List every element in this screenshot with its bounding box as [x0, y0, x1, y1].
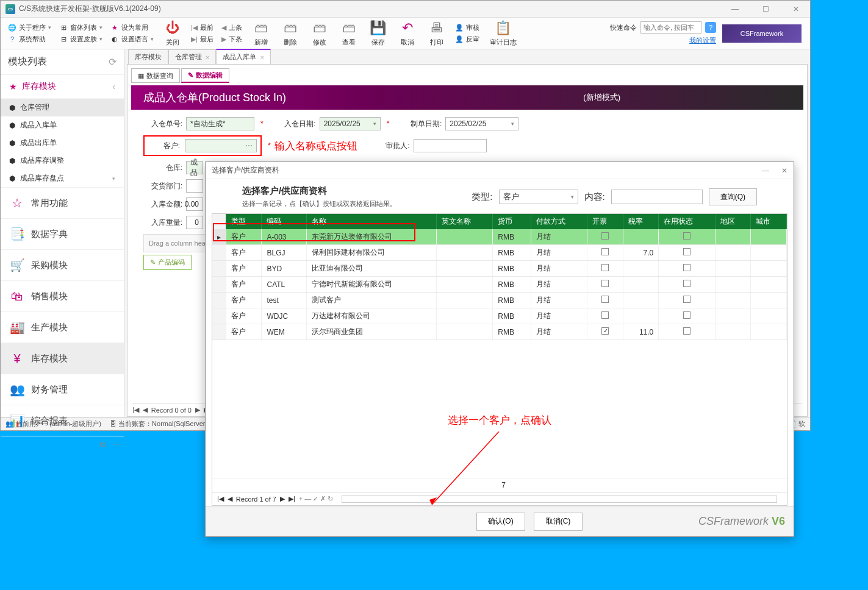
tab-stockmodule[interactable]: 库存模块 [128, 49, 168, 64]
print-button[interactable]: 🖶打印 [422, 18, 451, 49]
unaudit-button[interactable]: 👤反审 [455, 35, 479, 44]
log-button[interactable]: 📋审计日志 [484, 18, 523, 49]
pager-first-icon[interactable]: |◀ [217, 495, 224, 503]
grid-column-header[interactable]: 开票 [587, 214, 623, 229]
grid-column-header[interactable]: 编码 [262, 214, 307, 229]
ok-button[interactable]: 确认(O) [476, 513, 525, 531]
pager-scrollbar[interactable] [342, 496, 777, 503]
tab-stockin[interactable]: 成品入库单× [216, 49, 270, 64]
grid-column-header[interactable]: 英文名称 [436, 214, 493, 229]
sidebar-item-stockin[interactable]: ⬢成品入库单 [1, 116, 124, 134]
close-doc-button[interactable]: ⏻关闭 [158, 18, 187, 49]
makedate-input[interactable]: 2025/02/25▾ [445, 117, 518, 130]
customer-input[interactable]: ⋯ [185, 139, 257, 152]
sidebar-item-count[interactable]: ⬢成品库存盘点▾ [1, 169, 124, 187]
quickcmd-input[interactable] [640, 21, 701, 34]
next-button[interactable]: ▶ 下条 [221, 35, 242, 44]
amt-input[interactable]: 0.00 [186, 197, 203, 211]
cancel-button[interactable]: ↶取消 [393, 18, 422, 49]
indate-input[interactable]: 2025/02/25▾ [320, 117, 381, 130]
sidebar-group-stock[interactable]: ★库存模块‹ [1, 75, 124, 99]
grid-row[interactable]: 客户 BLGJ 保利国际建材有限公司 RMB 月结 7.0 [212, 245, 787, 261]
sidebar-item-warehouse[interactable]: ⬢仓库管理 [1, 99, 124, 116]
sidebar-item-adjust[interactable]: ⬢成品库存调整 [1, 152, 124, 169]
product-code-button[interactable]: ✎产品编码 [143, 255, 192, 270]
close-icon[interactable]: × [260, 54, 264, 61]
grid-row[interactable]: ▸ 客户 A-003 东莞新万达装修有限公司 RMB 月结 [212, 229, 787, 245]
grid-column-header[interactable]: 货币 [493, 214, 531, 229]
grid-row[interactable]: 客户 WDJC 万达建材有限公司 RMB 月结 [212, 308, 787, 324]
winlist-menu[interactable]: ⊞窗体列表 ▾ [59, 23, 102, 32]
type-select[interactable]: 客户▾ [499, 190, 578, 204]
cell-tax: 7.0 [623, 245, 658, 261]
dialog-footer: 确认(O) 取消(C) CSFramework V6 [206, 506, 794, 536]
pager-prev-icon[interactable]: ◀ [228, 495, 232, 503]
grid-column-header[interactable]: 城市 [751, 214, 787, 229]
edit-button[interactable]: 🗃修改 [305, 18, 334, 49]
dialog-minimize-button[interactable]: — [762, 166, 769, 175]
docno-input[interactable]: *自动生成* [186, 117, 254, 130]
sidebar-section-dict[interactable]: 📑数据字典 [1, 218, 124, 249]
more-icon[interactable]: ⋯ [113, 440, 120, 449]
content-input[interactable] [611, 190, 703, 204]
grid-column-header[interactable]: 地区 [715, 214, 750, 229]
prev-button[interactable]: ◀ 上条 [221, 23, 242, 32]
grid-row[interactable]: 客户 BYD 比亚迪有限公司 RMB 月结 [212, 261, 787, 277]
grid-row[interactable]: 客户 WEM 沃尔玛商业集团 RMB 月结 11.0 [212, 324, 787, 340]
pager-next-icon[interactable]: ▶ [280, 495, 285, 503]
about-menu[interactable]: 🌐关于程序 ▾ [8, 23, 51, 32]
sidebar-section-purchase[interactable]: 🛒采购模块 [1, 249, 124, 280]
customer-grid[interactable]: 类型编码名称英文名称货币付款方式开票税率在用状态地区城市 ▸ 客户 A-003 … [212, 213, 787, 506]
pager-first-icon[interactable]: |◀ [132, 406, 139, 414]
lang-menu[interactable]: ◐设置语言 ▾ [110, 35, 154, 44]
sidebar-section-finance[interactable]: 👥财务管理 [1, 374, 124, 405]
cell-area [715, 245, 750, 261]
grid-column-header[interactable]: 税率 [623, 214, 658, 229]
del-button[interactable]: 🗃删除 [276, 18, 305, 49]
mysettings-link[interactable]: 我的设置 [689, 36, 716, 45]
add-button[interactable]: 🗃新增 [246, 18, 276, 49]
grid-row[interactable]: 客户 CATL 宁德时代新能源有限公司 RMB 月结 [212, 277, 787, 293]
close-button[interactable]: ✕ [787, 5, 805, 13]
setdefault-menu[interactable]: ★设为常用 [110, 23, 154, 32]
audit-button[interactable]: 👤审核 [455, 23, 479, 32]
dept-input[interactable] [186, 179, 203, 193]
wt-input[interactable]: 0 [186, 216, 203, 229]
dialog-close-button[interactable]: ✕ [781, 166, 787, 175]
cancel-button[interactable]: 取消(C) [534, 513, 583, 531]
grid-row[interactable]: 客户 test 测试客户 RMB 月结 [212, 293, 787, 308]
cell-tax [623, 293, 658, 308]
sidebar-section-common[interactable]: ☆常用功能 [1, 187, 124, 218]
type-label: 类型: [472, 191, 492, 203]
auditor-input[interactable] [414, 139, 487, 152]
sidebar-section-production[interactable]: 🏭生产模块 [1, 311, 124, 343]
quickcmd-help-icon[interactable]: ? [705, 22, 716, 33]
pager-next-icon[interactable]: ▶ [195, 406, 200, 414]
minimize-button[interactable]: — [726, 5, 744, 13]
copy-icon[interactable]: ⧉ [100, 440, 106, 449]
tab-warehouse[interactable]: 仓库管理× [168, 49, 216, 64]
grid-column-header[interactable]: 类型 [226, 214, 262, 229]
stock-input[interactable]: 成品 [186, 161, 203, 174]
cell-type: 客户 [226, 324, 262, 340]
skin-menu[interactable]: ⊟设置皮肤 ▾ [59, 35, 102, 44]
subtab-query[interactable]: ▦数据查询 [131, 68, 180, 83]
last-button[interactable]: ▶| 最后 [191, 35, 213, 44]
cell-active [659, 245, 716, 261]
pager-prev-icon[interactable]: ◀ [143, 406, 148, 414]
subtab-edit[interactable]: ✎数据编辑 [181, 68, 229, 83]
sidebar-item-stockout[interactable]: ⬢成品出库单 [1, 134, 124, 152]
sidebar-section-sales[interactable]: 🛍销售模块 [1, 280, 124, 311]
first-button[interactable]: |◀ 最前 [191, 23, 213, 32]
pager-last-icon[interactable]: ▶| [289, 495, 295, 503]
search-button[interactable]: 查询(Q) [709, 188, 757, 205]
syshelp-menu[interactable]: ?系统帮助 [8, 35, 51, 44]
view-button[interactable]: 🗃查看 [334, 18, 364, 49]
maximize-button[interactable]: ☐ [756, 5, 775, 13]
save-button[interactable]: 💾保存 [364, 18, 393, 49]
grid-column-header[interactable]: 在用状态 [659, 214, 716, 229]
close-icon[interactable]: × [206, 54, 209, 61]
grid-column-header[interactable]: 付款方式 [531, 214, 587, 229]
grid-column-header[interactable]: 名称 [307, 214, 437, 229]
sidebar-section-stock[interactable]: ¥库存模块 [1, 343, 124, 374]
